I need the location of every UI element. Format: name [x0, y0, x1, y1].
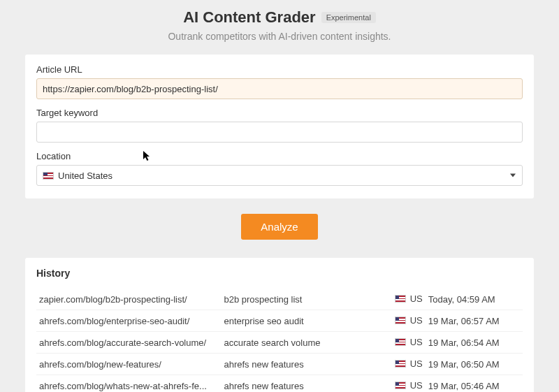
history-time: Today, 04:59 AM: [426, 289, 523, 310]
us-flag-icon: [395, 317, 406, 324]
history-row[interactable]: zapier.com/blog/b2b-prospecting-list/b2b…: [36, 289, 523, 310]
history-keyword: enterprise seo audit: [221, 310, 367, 332]
us-flag-icon: [43, 172, 54, 180]
location-value: United States: [58, 170, 112, 181]
location-select[interactable]: United States: [36, 165, 523, 186]
history-location: US: [367, 332, 426, 354]
input-card: Article URL Target keyword Location Unit…: [25, 55, 534, 198]
history-time: 19 Mar, 05:46 AM: [426, 375, 523, 393]
history-card: History zapier.com/blog/b2b-prospecting-…: [25, 258, 534, 392]
history-url: ahrefs.com/blog/new-features/: [36, 354, 221, 375]
history-location: US: [367, 375, 426, 393]
history-location: US: [367, 354, 426, 375]
article-url-input[interactable]: [36, 78, 523, 99]
article-url-label: Article URL: [36, 64, 523, 75]
history-url: ahrefs.com/blog/whats-new-at-ahrefs-fe..…: [36, 375, 221, 393]
history-url: ahrefs.com/blog/enterprise-seo-audit/: [36, 310, 221, 332]
location-label: Location: [36, 151, 523, 161]
history-location: US: [367, 310, 426, 332]
page-title: AI Content Grader: [183, 8, 315, 27]
history-url: ahrefs.com/blog/accurate-search-volume/: [36, 332, 221, 354]
analyze-button[interactable]: Analyze: [241, 214, 317, 240]
history-row[interactable]: ahrefs.com/blog/new-features/ahrefs new …: [36, 354, 523, 375]
history-url: zapier.com/blog/b2b-prospecting-list/: [36, 289, 221, 310]
history-title: History: [36, 268, 523, 279]
history-time: 19 Mar, 06:50 AM: [426, 354, 523, 375]
us-flag-icon: [395, 360, 406, 368]
us-flag-icon: [395, 338, 406, 346]
chevron-down-icon: [510, 174, 516, 177]
history-keyword: ahrefs new features: [221, 375, 367, 393]
history-time: 19 Mar, 06:54 AM: [426, 332, 523, 354]
target-keyword-label: Target keyword: [36, 108, 523, 118]
history-keyword: b2b prospecting list: [221, 289, 367, 310]
history-time: 19 Mar, 06:57 AM: [426, 310, 523, 332]
history-table: zapier.com/blog/b2b-prospecting-list/b2b…: [36, 289, 523, 392]
page-header: AI Content Grader Experimental Outrank c…: [25, 8, 534, 42]
history-keyword: ahrefs new features: [221, 354, 367, 375]
history-row[interactable]: ahrefs.com/blog/accurate-search-volume/a…: [36, 332, 523, 354]
us-flag-icon: [395, 295, 406, 303]
target-keyword-input[interactable]: [36, 122, 523, 143]
history-row[interactable]: ahrefs.com/blog/whats-new-at-ahrefs-fe..…: [36, 375, 523, 393]
history-keyword: accurate search volume: [221, 332, 367, 354]
us-flag-icon: [395, 382, 406, 389]
experimental-badge: Experimental: [321, 12, 376, 23]
history-row[interactable]: ahrefs.com/blog/enterprise-seo-audit/ent…: [36, 310, 523, 332]
page-subtitle: Outrank competitors with AI-driven conte…: [25, 31, 534, 42]
history-location: US: [367, 289, 426, 310]
